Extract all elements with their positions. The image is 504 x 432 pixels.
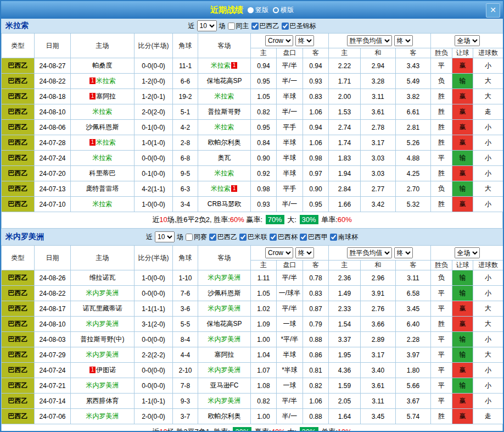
recent-count-select[interactable]: 10 — [197, 20, 217, 31]
view-option-vertical[interactable]: 竖版 — [248, 5, 268, 15]
handicap-line: 平/半 — [277, 58, 303, 74]
match-date: 24-08-27 — [35, 58, 71, 74]
away-team-name: 米内罗美洲 — [208, 304, 241, 312]
handicap-result: 赢 — [452, 58, 473, 74]
avg-stage-select[interactable]: 终 — [394, 247, 413, 258]
away-odds: 0.98 — [303, 151, 329, 166]
match-date: 24-07-20 — [35, 166, 71, 181]
recent-count-select[interactable]: 10 — [155, 231, 175, 242]
summary-segment: 70% — [266, 215, 284, 224]
checkbox-input[interactable] — [300, 234, 307, 241]
league-type: 巴西乙 — [2, 409, 35, 424]
goals-result: 走 — [473, 104, 503, 120]
corners: 9-5 — [173, 166, 198, 181]
team-sections: 米拉索近10场同主巴西乙巴圣锦标类型日期主场比分(半场)角球客场Crow终胜平负… — [1, 19, 503, 432]
avg-away: 3.97 — [396, 347, 431, 363]
scope-select[interactable]: 全场 — [455, 35, 480, 46]
checkbox-input[interactable] — [282, 23, 289, 30]
scope-select[interactable]: 全场 — [455, 247, 480, 258]
filter-checkbox-巴米联[interactable]: 巴米联 — [239, 232, 267, 242]
filter-checkbox-巴西杯[interactable]: 巴西杯 — [270, 232, 298, 242]
match-row: 巴西乙24-07-06米内罗美洲2-0(0-0)3-7欧帕尔利奥1.00半/一0… — [2, 409, 503, 424]
avg-away: 3.45 — [396, 301, 431, 317]
summary-segment: 赢率: — [244, 215, 265, 224]
home-team: 米内罗美洲 — [71, 317, 135, 332]
corners: 6-8 — [173, 151, 198, 166]
checkbox-input[interactable] — [186, 234, 193, 241]
filter-checkbox-巴圣锦标[interactable]: 巴圣锦标 — [282, 21, 316, 31]
subcolumn-header: 进球数 — [473, 261, 503, 270]
filter-checkbox-南球杯[interactable]: 南球杯 — [330, 232, 358, 242]
recent-results-window: 近期战绩 竖版 横版 ✕ 米拉索近10场同主巴西乙巴圣锦标类型日期主场比分(半场… — [0, 0, 504, 432]
goals-result: 小 — [473, 58, 503, 74]
handicap-result: 赢 — [452, 301, 473, 317]
avg-away: 5.66 — [396, 378, 431, 394]
home-team: 诺瓦里藏蒂诺 — [71, 301, 135, 317]
checkbox-input[interactable] — [270, 234, 277, 241]
avg-draw: 3.11 — [361, 89, 396, 104]
result-indicator: 负 — [431, 181, 452, 197]
radio-selected-icon[interactable] — [248, 7, 254, 13]
close-icon[interactable]: ✕ — [486, 3, 500, 18]
score: 0-0(0-0) — [135, 58, 173, 74]
avg-home: 3.37 — [329, 332, 361, 347]
home-odds: 0.94 — [251, 58, 277, 74]
away-team-name: 保地花高SP — [206, 77, 242, 85]
avg-home: 1.66 — [329, 197, 361, 212]
avg-source-select[interactable]: 胜平负均值 — [347, 35, 392, 46]
view-option-horizontal[interactable]: 横版 — [273, 5, 294, 15]
home-odds: 0.82 — [251, 104, 277, 120]
away-team: 米内罗美洲 — [198, 332, 251, 347]
handicap-line: 平/半 — [277, 301, 303, 317]
avg-away: 6.58 — [396, 286, 431, 301]
filter-checkbox-巴西甲[interactable]: 巴西甲 — [300, 232, 328, 242]
filter-checkbox-巴西乙[interactable]: 巴西乙 — [251, 21, 279, 31]
subcolumn-header: 客 — [396, 48, 431, 58]
avg-source-select[interactable]: 胜平负均值 — [347, 247, 392, 258]
league-type: 巴西乙 — [2, 166, 35, 181]
checkbox-input[interactable] — [228, 23, 235, 30]
scope-header: 全场 — [431, 246, 503, 261]
handicap-result: 输 — [452, 270, 473, 286]
match-date: 24-07-28 — [35, 135, 71, 151]
subcolumn-header: 胜负 — [431, 261, 452, 270]
checkbox-input[interactable] — [209, 234, 216, 241]
team-section: 米拉索近10场同主巴西乙巴圣锦标类型日期主场比分(半场)角球客场Crow终胜平负… — [1, 19, 503, 229]
odds-stage-select[interactable]: 终 — [295, 35, 314, 46]
column-header: 主场 — [71, 246, 135, 270]
home-team-name: 米内罗美洲 — [86, 412, 119, 420]
checkbox-input[interactable] — [330, 234, 337, 241]
home-team-name: 米拉索 — [96, 139, 116, 146]
odds-source-select[interactable]: Crow — [265, 247, 293, 258]
avg-draw: 3.03 — [361, 151, 396, 166]
filter-checkbox-巴西乙[interactable]: 巴西乙 — [209, 232, 237, 242]
avg-away: 1.80 — [396, 363, 431, 378]
filter-checkbox-同赛[interactable]: 同赛 — [186, 232, 207, 242]
avg-draw: 2.78 — [361, 120, 396, 135]
away-odds: 0.93 — [303, 74, 329, 89]
away-team-name: 米内罗美洲 — [208, 397, 241, 405]
away-team: 米拉索 — [198, 89, 251, 104]
odds-stage-select[interactable]: 终 — [295, 247, 314, 258]
filter-checkbox-同主[interactable]: 同主 — [228, 21, 249, 31]
league-type: 巴西乙 — [2, 89, 35, 104]
window-titlebar: 近期战绩 竖版 横版 ✕ — [1, 1, 503, 19]
checkbox-input[interactable] — [239, 234, 247, 241]
away-team: 塞阿拉 — [198, 347, 251, 363]
column-header: 类型 — [2, 34, 35, 58]
avg-draw: 3.03 — [361, 166, 396, 181]
radio-unselected-icon[interactable] — [273, 7, 279, 13]
checkbox-input[interactable] — [251, 23, 259, 30]
goals-result: 小 — [473, 135, 503, 151]
avg-stage-select[interactable]: 终 — [394, 35, 413, 46]
subcolumn-header: 主 — [329, 261, 361, 270]
column-header: 比分(半场) — [135, 246, 173, 270]
match-row: 巴西乙24-08-10米内罗美洲3-1(2-0)5-5保地花高SP1.09一球0… — [2, 317, 503, 332]
away-odds: 0.90 — [303, 181, 329, 197]
avg-home: 1.94 — [329, 166, 361, 181]
odds-source-select[interactable]: Crow — [265, 35, 293, 46]
handicap-result: 赢 — [452, 166, 473, 181]
avg-draw: 3.28 — [361, 74, 396, 89]
goals-result: 小 — [473, 166, 503, 181]
games-label: 场 — [219, 21, 226, 31]
